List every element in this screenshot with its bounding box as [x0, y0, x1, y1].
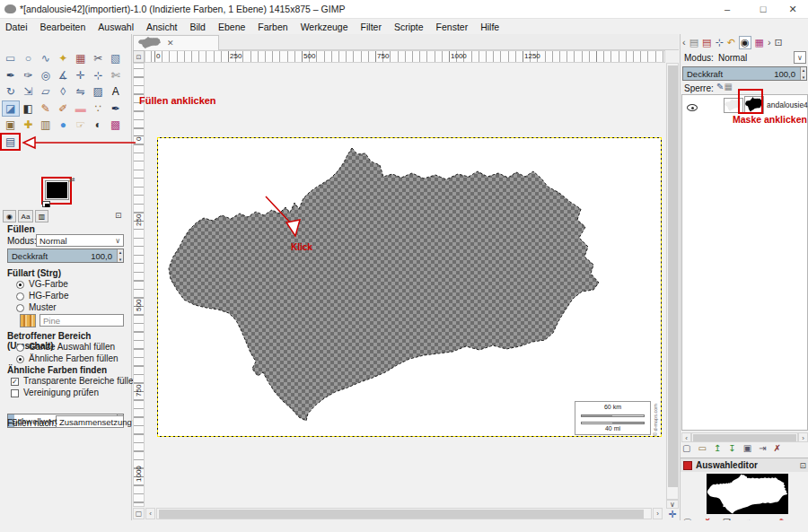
histogram-dock-tab[interactable]: ▥: [35, 210, 48, 222]
scroll-right-icon[interactable]: ›: [653, 508, 663, 519]
fill-whole-selection[interactable]: Ganze Auswahl füllen: [16, 342, 115, 352]
vertical-scrollbar[interactable]: [666, 63, 679, 500]
map-selection-outline[interactable]: [169, 148, 599, 421]
pattern-swatch[interactable]: [20, 314, 36, 327]
pointer-tab[interactable]: ◉: [739, 36, 751, 49]
menu-werkzeuge[interactable]: Werkzeuge: [301, 22, 348, 32]
scissors-select-tool[interactable]: ✂: [90, 50, 108, 67]
color-picker-tool[interactable]: ✑: [20, 67, 38, 84]
image-tab[interactable]: ✕: [133, 35, 219, 50]
measure-tool[interactable]: ∡: [55, 67, 73, 84]
layer-list[interactable]: andalousie42.g: [681, 94, 808, 431]
layers-opacity-slider[interactable]: Deckkraft 100,0 ▴▾: [682, 66, 807, 81]
colors-tool[interactable]: ▩: [107, 117, 125, 134]
scale-tool[interactable]: ⇲: [20, 83, 38, 100]
perspective-tool[interactable]: ◊: [55, 83, 73, 100]
foreground-color-swatch[interactable]: [46, 181, 68, 199]
layers-mode-dropdown[interactable]: ∨: [794, 51, 806, 64]
tool-options-dock-tab[interactable]: ◉: [3, 210, 16, 222]
perspective-clone-tool[interactable]: ▥: [37, 117, 55, 134]
ellipse-select-tool[interactable]: ○: [20, 50, 38, 67]
new-layer-button[interactable]: ▢: [682, 443, 690, 453]
menu-filter[interactable]: Filter: [361, 22, 382, 32]
close-button[interactable]: ✕: [779, 0, 806, 18]
lock-alpha-icon[interactable]: ▦: [724, 82, 732, 92]
fill-type-bg[interactable]: HG-Farbe: [16, 291, 68, 301]
paintbrush-tool[interactable]: ✐: [55, 100, 73, 118]
mode-dropdown[interactable]: Normal ∨: [36, 234, 124, 247]
dock-menu-icon[interactable]: ⊡: [775, 37, 783, 48]
layers-tab[interactable]: ▤: [689, 37, 698, 48]
eraser-tool[interactable]: ▬: [72, 100, 90, 118]
menu-datei[interactable]: Datei: [5, 22, 28, 32]
smudge-tool[interactable]: ☞: [72, 117, 90, 134]
crop-tool[interactable]: ✄: [107, 67, 125, 84]
horizontal-ruler[interactable]: 025050075010001250: [145, 50, 665, 63]
sample-merged-checkbox[interactable]: Vereinigung prüfen: [11, 388, 99, 397]
raise-layer-button[interactable]: ↥: [714, 443, 721, 453]
selection-editor-tab[interactable]: Auswahleditor ⊡: [681, 458, 808, 472]
dock-menu-icon[interactable]: ⊡: [115, 211, 122, 220]
vertical-ruler[interactable]: 02505007501000: [133, 63, 145, 507]
close-tab-icon[interactable]: ✕: [167, 39, 174, 48]
channels-tab[interactable]: ▤: [702, 37, 711, 48]
menu-bild[interactable]: Bild: [189, 22, 206, 32]
dodge-burn-tool[interactable]: ◐: [90, 117, 108, 134]
clone-tool[interactable]: ▣: [2, 117, 20, 134]
dock-menu-icon[interactable]: ⊡: [799, 461, 806, 470]
gradient-tool[interactable]: ◧: [20, 100, 38, 118]
heal-tool[interactable]: ✚: [20, 117, 38, 134]
maximize-button[interactable]: □: [750, 0, 777, 18]
undo-history-tab[interactable]: ↶: [727, 37, 735, 48]
opacity-spinner[interactable]: ▴▾: [117, 249, 123, 262]
airbrush-tool[interactable]: ∵: [90, 100, 108, 118]
paths-tab[interactable]: ⊹: [715, 37, 723, 48]
shear-tool[interactable]: ▱: [37, 83, 55, 100]
horizontal-scrollbar[interactable]: [156, 508, 652, 519]
swap-colors-icon[interactable]: ⇄: [69, 176, 75, 184]
fuzzy-select-tool[interactable]: ✦: [55, 50, 73, 67]
quickmask-toggle[interactable]: ▢: [133, 508, 145, 519]
menu-scripte[interactable]: Scripte: [394, 22, 424, 32]
move-tool[interactable]: ✛: [72, 67, 90, 84]
ruler-corner-button[interactable]: ⊡: [133, 50, 145, 63]
paths-tool[interactable]: ✒: [2, 67, 20, 84]
lower-layer-button[interactable]: ↧: [728, 443, 735, 453]
free-select-tool[interactable]: ∿: [37, 50, 55, 67]
opacity-slider[interactable]: Deckkraft 100,0 ▴▾: [7, 249, 124, 263]
device-status-dock-tab[interactable]: Aa: [18, 210, 33, 222]
rectangle-select-tool[interactable]: ▭: [2, 50, 20, 67]
menu-fenster[interactable]: Fenster: [436, 22, 469, 32]
menu-ansicht[interactable]: Ansicht: [146, 22, 177, 32]
bucket-fill-tool[interactable]: ◪: [2, 100, 20, 118]
fill-by-dropdown[interactable]: Zusammensetzung ∨: [56, 415, 124, 428]
andalusia-map-image[interactable]: [158, 138, 663, 438]
scroll-left-icon[interactable]: ‹: [681, 432, 691, 442]
selection-preview[interactable]: [707, 474, 788, 514]
scroll-right-icon[interactable]: ›: [798, 432, 808, 442]
default-colors-icon[interactable]: [42, 201, 50, 207]
foreground-select-tool[interactable]: ▧: [107, 50, 125, 67]
rotate-tool[interactable]: ↻: [2, 83, 20, 100]
layers-h-scrollbar[interactable]: [691, 432, 798, 442]
blur-sharpen-tool[interactable]: ●: [55, 117, 73, 134]
zoom-tool[interactable]: ◎: [37, 67, 55, 84]
dock-right-arrow[interactable]: ›: [768, 37, 771, 48]
cage-transform-tool[interactable]: ▨: [90, 83, 108, 100]
scroll-left-icon[interactable]: ‹: [145, 508, 155, 519]
align-tool[interactable]: ⊹: [90, 67, 108, 84]
menu-auswahl[interactable]: Auswahl: [98, 22, 134, 32]
fill-type-pattern[interactable]: Muster: [16, 302, 57, 312]
menu-farben[interactable]: Farben: [258, 22, 287, 32]
colormap-tab[interactable]: ▦: [755, 37, 764, 48]
pattern-name-field[interactable]: Pine: [40, 314, 124, 327]
layers-opacity-spinner[interactable]: ▴▾: [800, 67, 806, 80]
flip-tool[interactable]: ⇋: [72, 83, 90, 100]
select-by-color-tool[interactable]: ▦: [72, 50, 90, 67]
delete-layer-button[interactable]: ✗: [774, 443, 781, 453]
fill-transparent-checkbox[interactable]: ✓Transparente Bereiche füllen: [11, 376, 138, 386]
menu-bearbeiten[interactable]: Bearbeiten: [40, 22, 86, 32]
menu-hilfe[interactable]: Hilfe: [480, 22, 499, 32]
minimize-button[interactable]: –: [714, 0, 741, 18]
anchor-layer-button[interactable]: ⇥: [759, 443, 766, 453]
